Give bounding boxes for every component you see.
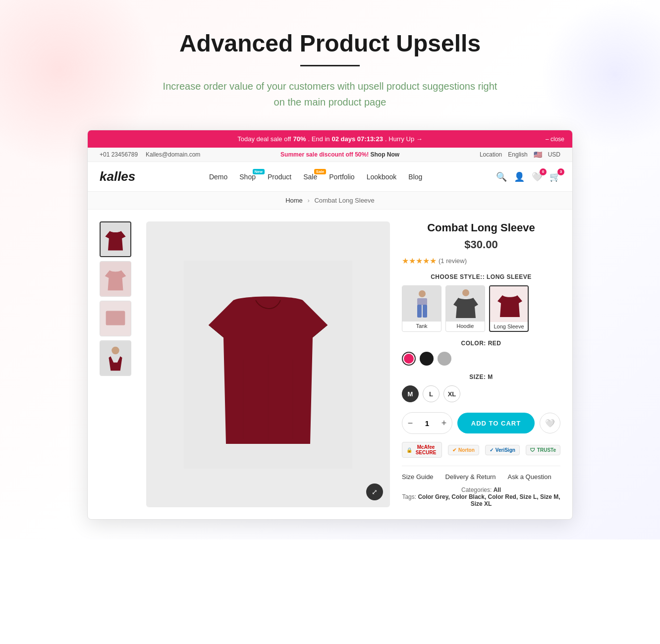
svg-rect-3 — [106, 311, 125, 325]
svg-rect-12 — [417, 298, 427, 305]
color-swatch-red[interactable] — [402, 352, 416, 366]
currency-selector[interactable]: USD — [548, 151, 560, 158]
wishlist-button[interactable]: 🤍0 — [532, 171, 543, 182]
truste-icon: 🛡 — [530, 447, 535, 453]
thumbnail-1[interactable] — [100, 221, 131, 257]
size-m[interactable]: M — [402, 385, 419, 402]
nav-lookbook[interactable]: Lookbook — [367, 173, 397, 181]
promo-text-start: Today deal sale off — [237, 135, 291, 143]
thumbnail-2[interactable] — [100, 261, 131, 297]
site-logo[interactable]: kalles — [100, 169, 135, 184]
nav-shop[interactable]: Shop New — [239, 173, 256, 181]
verisign-label: VeriSign — [495, 447, 515, 453]
categories-value: All — [494, 486, 501, 493]
svg-point-16 — [462, 289, 469, 296]
breadcrumb-current: Combat Long Sleeve — [314, 197, 374, 204]
nav-links: Demo Shop New Product Sale Sale Portfoli… — [209, 173, 422, 181]
thumbnail-list — [100, 221, 134, 507]
norton-badge: ✔ Norton — [448, 445, 479, 455]
nav-blog[interactable]: Blog — [408, 173, 422, 181]
promo-label: Summer sale discount off — [280, 151, 355, 158]
cart-button[interactable]: 🛒3 — [550, 171, 560, 182]
promo-text-end: . Hurry Up → — [385, 135, 423, 143]
size-xl[interactable]: XL — [443, 385, 460, 402]
style-hoodie[interactable]: Hoodie — [445, 285, 485, 332]
color-swatch-gray[interactable] — [438, 352, 451, 366]
product-section: ⤢ Combat Long Sleeve $30.00 ★★★★★ (1 rev… — [88, 210, 572, 519]
thumbnail-4[interactable] — [100, 340, 131, 376]
add-to-cart-button[interactable]: ADD TO CART — [457, 413, 535, 433]
mcafee-badge: 🔒 McAfee SECURE — [402, 442, 442, 458]
categories-row: Categories: All — [402, 486, 560, 493]
promo-close-button[interactable]: – close — [546, 136, 564, 143]
hero-divider — [300, 65, 360, 66]
phone-number: +01 23456789 — [100, 151, 138, 158]
top-bar-right: Location English 🇺🇸 USD — [480, 151, 560, 159]
product-info-panel: Combat Long Sleeve $30.00 ★★★★★ (1 revie… — [402, 221, 560, 507]
promo-discount-pct: 50%! — [355, 151, 369, 158]
nav-icons: 🔍 👤 🤍0 🛒3 — [496, 171, 560, 182]
thumbnail-3[interactable] — [100, 301, 131, 336]
tags-value: Color Grey, Color Black, Color Red, Size… — [418, 493, 560, 507]
search-button[interactable]: 🔍 — [496, 171, 507, 182]
language-selector[interactable]: English — [508, 151, 527, 158]
style-tank-label: Tank — [402, 322, 441, 330]
norton-icon: ✔ — [452, 447, 456, 453]
email-address: Kalles@domain.com — [146, 151, 200, 158]
hero-subtitle: Increase order value of your customers w… — [157, 78, 503, 110]
style-label: CHOOSE STYLE:: LONG SLEEVE — [402, 273, 560, 280]
tab-ask-question[interactable]: Ask a Question — [507, 473, 551, 481]
flag-icon: 🇺🇸 — [534, 151, 542, 159]
zoom-button[interactable]: ⤢ — [366, 483, 383, 500]
cart-row: − 1 + ADD TO CART 🤍 — [402, 412, 560, 434]
style-hoodie-label: Hoodie — [446, 322, 485, 330]
nav-portfolio[interactable]: Portfolio — [329, 173, 354, 181]
promo-bar: Today deal sale off 70% . End in 02 days… — [88, 130, 572, 148]
promo-discount: 70% — [293, 135, 306, 143]
color-label: COLOR: RED — [402, 340, 560, 347]
svg-point-11 — [419, 290, 426, 297]
color-swatch-black[interactable] — [420, 352, 434, 366]
style-selector: Tank Hoodie — [402, 285, 560, 332]
shop-now-link[interactable]: Shop Now — [370, 151, 399, 158]
star-rating: ★★★★★ — [402, 256, 437, 266]
quantity-value: 1 — [418, 419, 436, 428]
rating-row: ★★★★★ (1 review) — [402, 256, 560, 266]
svg-point-5 — [111, 347, 119, 355]
tab-size-guide[interactable]: Size Guide — [402, 473, 434, 481]
product-title: Combat Long Sleeve — [402, 221, 560, 234]
hero-section: Advanced Product Upsells Increase order … — [0, 0, 660, 539]
style-tank[interactable]: Tank — [402, 285, 441, 332]
account-button[interactable]: 👤 — [514, 171, 525, 182]
wishlist-add-button[interactable]: 🤍 — [540, 413, 560, 433]
hero-title: Advanced Product Upsells — [10, 30, 650, 57]
shop-badge: New — [253, 169, 265, 174]
wishlist-count: 0 — [540, 168, 547, 175]
quantity-increase[interactable]: + — [436, 413, 452, 433]
svg-rect-14 — [423, 305, 427, 318]
nav-product[interactable]: Product — [268, 173, 291, 181]
location-label[interactable]: Location — [480, 151, 502, 158]
review-count: (1 review) — [439, 257, 467, 265]
size-l[interactable]: L — [423, 385, 440, 402]
verisign-icon: ✓ — [490, 447, 494, 453]
breadcrumb-home[interactable]: Home — [285, 197, 303, 204]
verisign-badge: ✓ VeriSign — [485, 445, 520, 455]
nav-demo[interactable]: Demo — [209, 173, 227, 181]
breadcrumb: Home › Combat Long Sleeve — [88, 192, 572, 210]
quantity-control: − 1 + — [402, 412, 452, 434]
style-long-sleeve[interactable]: Long Sleeve — [489, 285, 529, 332]
norton-label: Norton — [458, 447, 475, 453]
product-meta: Categories: All Tags: Color Grey, Color … — [402, 486, 560, 507]
tab-delivery-return[interactable]: Delivery & Return — [445, 473, 496, 481]
quantity-decrease[interactable]: − — [402, 413, 418, 433]
nav-sale[interactable]: Sale Sale — [303, 173, 317, 181]
mcafee-icon: 🔒 — [406, 447, 412, 453]
svg-rect-13 — [417, 305, 422, 318]
shop-window: Today deal sale off 70% . End in 02 days… — [87, 130, 573, 520]
truste-label: TRUSTe — [537, 447, 556, 453]
trust-badges: 🔒 McAfee SECURE ✔ Norton ✓ VeriSign 🛡 TR… — [402, 442, 560, 458]
size-selector: M L XL — [402, 385, 560, 402]
color-swatches — [402, 352, 560, 366]
truste-badge: 🛡 TRUSTe — [526, 445, 560, 455]
